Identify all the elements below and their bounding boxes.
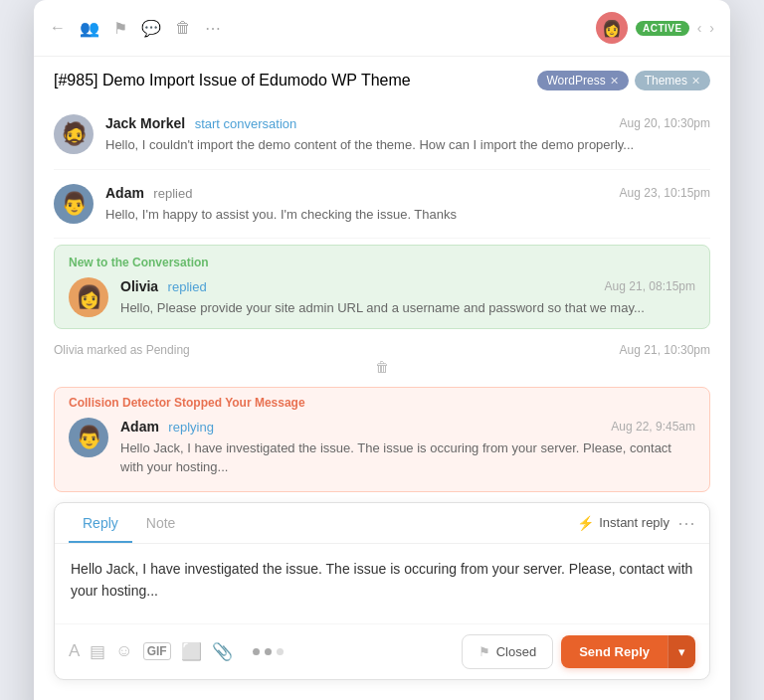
- ticket-title: Demo Import Issue of Edumodo WP Theme: [102, 72, 411, 88]
- message-action[interactable]: start conversation: [195, 116, 297, 131]
- message-header: Olivia replied Aug 21, 08:15pm: [120, 277, 695, 295]
- reply-body[interactable]: Hello Jack, I have investigated the issu…: [55, 544, 709, 623]
- subject-bar: [#985] Demo Import Issue of Edumodo WP T…: [34, 57, 730, 100]
- nav-next-button[interactable]: ›: [709, 20, 714, 36]
- back-button[interactable]: ←: [50, 19, 66, 37]
- reply-box: Reply Note ⚡ Instant reply ⋯ Hello Jack,…: [54, 502, 710, 680]
- dot-2: [265, 648, 272, 655]
- message-author: Olivia: [120, 278, 158, 294]
- ticket-id: [#985]: [54, 72, 97, 88]
- emoji-icon[interactable]: ☺: [115, 641, 132, 661]
- message-time: Aug 22, 9:45am: [611, 420, 695, 434]
- adam-collision-message: 👨 Adam replying Aug 22, 9:45am Hello Jac…: [69, 418, 695, 477]
- message-header: Adam replied Aug 23, 10:15pm: [105, 184, 710, 202]
- avatar: 👩: [69, 277, 108, 317]
- tag-themes[interactable]: Themes ✕: [635, 71, 710, 90]
- reply-toolbar: A ▤ ☺ GIF ⬜ 📎: [69, 641, 454, 662]
- subject-title: [#985] Demo Import Issue of Edumodo WP T…: [54, 72, 411, 89]
- pending-text: Olivia marked as Pending: [54, 343, 190, 357]
- message-author-block: Olivia replied: [120, 277, 207, 295]
- message-author-block: Adam replied: [105, 184, 192, 202]
- avatar: 👩: [596, 12, 628, 44]
- avatar: 👨: [69, 418, 108, 457]
- collision-banner: Collision Detector Stopped Your Message …: [54, 387, 710, 492]
- avatar: 👨: [54, 184, 94, 224]
- pending-time: Aug 21, 10:30pm: [620, 343, 710, 357]
- tag-label: Themes: [645, 74, 687, 88]
- tag-wordpress[interactable]: WordPress ✕: [537, 71, 629, 90]
- image-icon[interactable]: ⬜: [181, 641, 202, 662]
- tab-note[interactable]: Note: [132, 503, 190, 543]
- instant-reply-button[interactable]: ⚡ Instant reply: [577, 515, 669, 531]
- toolbar-left: ← 👥 ⚑ 💬 🗑 ⋯: [50, 19, 584, 38]
- message-content: Jack Morkel start conversation Aug 20, 1…: [105, 114, 710, 155]
- message-author: Adam: [120, 419, 159, 435]
- dot-3: [277, 648, 284, 655]
- toolbar-right: 👩 ACTIVE ‹ ›: [596, 12, 714, 44]
- message-time: Aug 21, 08:15pm: [605, 279, 695, 293]
- message-author: Jack Morkel: [105, 115, 185, 131]
- instant-reply-label: Instant reply: [599, 515, 669, 530]
- tag-label: WordPress: [547, 74, 606, 88]
- message-action: replied: [168, 279, 207, 294]
- send-reply-dropdown[interactable]: ▾: [668, 635, 695, 668]
- new-conv-label: New to the Conversation: [69, 256, 695, 269]
- pending-row: Olivia marked as Pending Aug 21, 10:30pm: [34, 335, 730, 359]
- attach-icon[interactable]: 📎: [212, 641, 233, 662]
- list-icon[interactable]: ▤: [90, 641, 105, 662]
- tag-remove-icon[interactable]: ✕: [691, 75, 700, 88]
- send-reply-button[interactable]: Send Reply ▾: [561, 635, 695, 668]
- collision-label: Collision Detector Stopped Your Message: [69, 396, 695, 410]
- gif-icon[interactable]: GIF: [143, 642, 171, 660]
- send-reply-main[interactable]: Send Reply: [561, 635, 668, 668]
- text-format-icon[interactable]: A: [69, 641, 80, 661]
- group-icon[interactable]: 👥: [80, 19, 99, 38]
- nav-prev-button[interactable]: ‹: [697, 20, 702, 36]
- message-author: Adam: [105, 185, 144, 201]
- lightning-icon: ⚡: [577, 515, 594, 531]
- reply-actions: ⚑ Closed Send Reply ▾: [462, 634, 695, 669]
- message-content: Adam replied Aug 23, 10:15pm Hello, I'm …: [105, 184, 710, 225]
- message-text: Hello Jack, I have investigated the issu…: [120, 438, 695, 477]
- tag-list: WordPress ✕ Themes ✕: [537, 71, 711, 90]
- new-conversation-banner: New to the Conversation 👩 Olivia replied…: [54, 245, 710, 329]
- messages-list: 🧔 Jack Morkel start conversation Aug 20,…: [34, 100, 730, 239]
- tag-remove-icon[interactable]: ✕: [610, 75, 619, 88]
- olivia-message: 👩 Olivia replied Aug 21, 08:15pm Hello, …: [69, 277, 695, 318]
- delete-icon[interactable]: 🗑: [175, 19, 191, 37]
- message-action: replying: [168, 420, 214, 435]
- message-content: Adam replying Aug 22, 9:45am Hello Jack,…: [120, 418, 695, 477]
- message-action: replied: [153, 186, 192, 201]
- active-badge: ACTIVE: [636, 21, 689, 36]
- flag-icon[interactable]: ⚑: [113, 19, 127, 38]
- avatar: 🧔: [54, 114, 94, 154]
- closed-label: Closed: [496, 644, 536, 659]
- more-icon[interactable]: ⋯: [205, 19, 221, 38]
- message-text: Hello, Please provide your site admin UR…: [120, 298, 695, 318]
- message-author-block: Adam replying: [120, 418, 214, 436]
- tab-reply[interactable]: Reply: [69, 503, 132, 543]
- reply-footer: A ▤ ☺ GIF ⬜ 📎 ⚑ Closed Send Reply: [55, 623, 709, 679]
- message-header: Jack Morkel start conversation Aug 20, 1…: [105, 114, 710, 132]
- avatar-emoji: 👩: [602, 19, 622, 38]
- typing-indicator: Olivia is typing...: [34, 696, 730, 701]
- list-item: 🧔 Jack Morkel start conversation Aug 20,…: [54, 100, 710, 170]
- ticket-window: ← 👥 ⚑ 💬 🗑 ⋯ 👩 ACTIVE ‹ › [#985] Demo Imp…: [34, 0, 730, 700]
- dot-1: [253, 648, 260, 655]
- list-item: 👨 Adam replied Aug 23, 10:15pm Hello, I'…: [54, 170, 710, 240]
- message-author-block: Jack Morkel start conversation: [105, 114, 296, 132]
- flag-icon: ⚑: [478, 644, 490, 659]
- dot-group: [253, 648, 284, 655]
- chat-icon[interactable]: 💬: [141, 19, 161, 38]
- message-text: Hello, I'm happy to assist you. I'm chec…: [105, 205, 710, 225]
- more-options-icon[interactable]: ⋯: [677, 512, 695, 534]
- message-header: Adam replying Aug 22, 9:45am: [120, 418, 695, 436]
- toolbar: ← 👥 ⚑ 💬 🗑 ⋯ 👩 ACTIVE ‹ ›: [34, 0, 730, 57]
- message-time: Aug 20, 10:30pm: [620, 116, 710, 130]
- reply-tabs: Reply Note ⚡ Instant reply ⋯: [55, 503, 709, 544]
- message-content: Olivia replied Aug 21, 08:15pm Hello, Pl…: [120, 277, 695, 318]
- message-time: Aug 23, 10:15pm: [620, 186, 710, 200]
- message-text: Hello, I couldn't import the demo conten…: [105, 135, 710, 155]
- delete-pending-icon[interactable]: 🗑: [34, 359, 730, 381]
- closed-button[interactable]: ⚑ Closed: [462, 634, 553, 669]
